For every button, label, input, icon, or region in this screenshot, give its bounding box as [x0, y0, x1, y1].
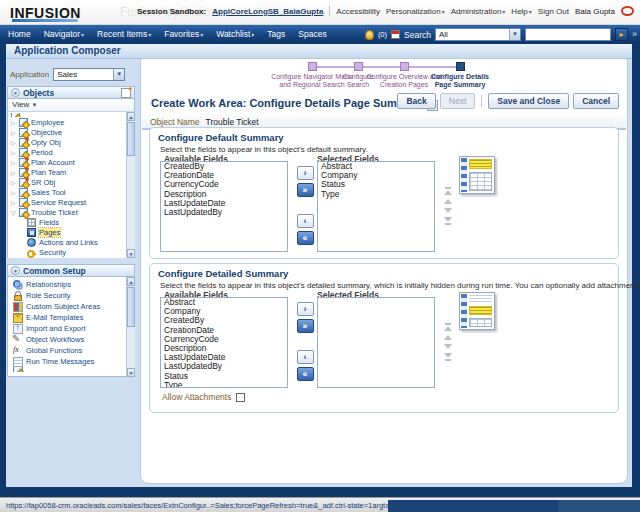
setup-item-custom-subject-areas[interactable]: Custom Subject Areas: [8, 301, 134, 312]
field-option[interactable]: LastUpdatedBy: [161, 208, 287, 217]
tree-item-pages[interactable]: Pages: [8, 227, 134, 237]
tree-item-plan-team[interactable]: ▷Plan Team: [8, 167, 134, 177]
move-all-right-button[interactable]: »: [297, 319, 314, 333]
tree-item-objective[interactable]: ▷Objective: [8, 127, 134, 137]
save-and-close-button[interactable]: Save and Close: [488, 93, 569, 109]
nav-item-home[interactable]: Home: [8, 29, 31, 39]
chevron-down-icon[interactable]: ▼: [113, 69, 124, 80]
move-to-top-icon[interactable]: [444, 190, 452, 195]
menu-item-personalization[interactable]: Personalization▾: [386, 7, 445, 16]
advanced-search-icon[interactable]: »: [632, 28, 637, 41]
move-all-left-button[interactable]: «: [297, 231, 314, 245]
scrollbar-thumb[interactable]: [127, 122, 135, 156]
workspace-frame: Application Composer Application Sales ▼…: [6, 44, 632, 487]
expand-icon[interactable]: ▷: [11, 199, 19, 206]
expand-icon[interactable]: ▽: [11, 209, 19, 216]
move-selected-right-button[interactable]: ›: [297, 166, 314, 180]
collapse-icon[interactable]: ▼: [11, 266, 20, 275]
setup-item-clipped-bottom[interactable]: [8, 367, 134, 372]
application-select[interactable]: Sales ▼: [53, 68, 125, 81]
alerts-bell-icon[interactable]: [365, 30, 374, 40]
expand-icon[interactable]: ▷: [11, 149, 19, 156]
view-menu-button[interactable]: View ▼: [12, 100, 37, 109]
back-button[interactable]: Back: [397, 93, 435, 109]
tree-item-actions-and-links[interactable]: Actions and Links: [8, 237, 134, 247]
setup-item-global-functions[interactable]: Global Functions: [8, 345, 134, 356]
common-setup-scrollbar[interactable]: ▲ ▼: [126, 277, 135, 377]
scrollbar-thumb[interactable]: [127, 287, 135, 327]
menu-item-administration[interactable]: Administration▾: [451, 7, 506, 16]
field-option[interactable]: Type: [318, 190, 434, 199]
available-fields-listbox[interactable]: AbstractCompanyCreatedByCreationDateCurr…: [160, 297, 288, 388]
move-all-left-button[interactable]: «: [297, 367, 314, 381]
calendar-icon[interactable]: [391, 30, 400, 39]
chevron-down-icon[interactable]: ▼: [509, 29, 520, 40]
expand-icon[interactable]: ▷: [11, 189, 19, 196]
nav-item-favorites[interactable]: Favorites▾: [164, 29, 203, 39]
tree-item-service-request[interactable]: ▷Service Request: [8, 197, 134, 207]
menu-item-sign-out[interactable]: Sign Out: [538, 7, 569, 16]
nav-item-tags[interactable]: Tags: [267, 29, 285, 39]
tree-item-trouble-ticket[interactable]: ▽Trouble Ticket: [8, 207, 134, 217]
scroll-down-icon[interactable]: ▼: [127, 368, 135, 377]
expand-icon[interactable]: ▷: [11, 129, 19, 136]
move-to-top-icon[interactable]: [444, 326, 452, 331]
new-object-icon[interactable]: [121, 88, 131, 98]
cancel-button[interactable]: Cancel: [573, 93, 619, 109]
collapse-icon[interactable]: ▼: [11, 88, 20, 97]
selected-fields-listbox[interactable]: AbstractCompanyStatusType: [317, 161, 435, 252]
tree-item-plan-account[interactable]: ▷Plan Account: [8, 157, 134, 167]
menu-item-accessibility[interactable]: Accessibility: [336, 7, 380, 16]
move-to-bottom-icon[interactable]: [444, 353, 452, 358]
setup-item-object-workflows[interactable]: Object Workflows: [8, 334, 134, 345]
tree-item-opty-obj[interactable]: ▷Opty Obj: [8, 137, 134, 147]
move-selected-left-button[interactable]: ‹: [297, 214, 314, 228]
tree-item-security[interactable]: Security: [8, 247, 134, 257]
search-input[interactable]: [525, 28, 611, 41]
move-selected-left-button[interactable]: ‹: [297, 350, 314, 364]
next-button[interactable]: Next: [440, 93, 475, 109]
expand-icon[interactable]: ▷: [11, 169, 19, 176]
objects-tree-scrollbar[interactable]: ▲ ▼: [126, 112, 135, 258]
move-down-icon[interactable]: [444, 208, 452, 213]
setup-item-relationships[interactable]: Relationships: [8, 279, 134, 290]
scroll-up-icon[interactable]: ▲: [127, 277, 135, 286]
common-setup-panel-header[interactable]: ▼ Common Setup: [7, 264, 135, 277]
scroll-up-icon[interactable]: ▲: [127, 112, 135, 121]
nav-item-recent-items[interactable]: Recent Items▾: [97, 29, 151, 39]
setup-item-import-and-export[interactable]: Import and Export: [8, 323, 134, 334]
scroll-down-icon[interactable]: ▼: [127, 249, 135, 258]
move-up-icon[interactable]: [444, 199, 452, 204]
move-selected-right-button[interactable]: ›: [297, 302, 314, 316]
tree-item-sr-obj[interactable]: ▷SR Obj: [8, 177, 134, 187]
expand-icon[interactable]: ▷: [11, 179, 19, 186]
train-step-details-summary[interactable]: Configure Details Page Summary: [423, 62, 497, 89]
setup-item-e-mail-templates[interactable]: E-Mail Templates: [8, 312, 134, 323]
allow-attachments-checkbox[interactable]: [236, 393, 245, 402]
tree-item-sales-tool[interactable]: ▷Sales Tool: [8, 187, 134, 197]
nav-item-watchlist[interactable]: Watchlist▾: [216, 29, 254, 39]
expand-icon[interactable]: ▷: [11, 159, 19, 166]
expand-icon[interactable]: ▷: [11, 139, 19, 146]
search-go-icon[interactable]: ▸: [615, 28, 628, 41]
selected-fields-listbox[interactable]: [317, 297, 435, 388]
nav-item-navigator[interactable]: Navigator▾: [44, 29, 84, 39]
tree-item-period[interactable]: ▷Period: [8, 147, 134, 157]
available-fields-listbox[interactable]: CreatedByCreationDateCurrencyCodeDescrip…: [160, 161, 288, 252]
field-option[interactable]: Type: [161, 381, 287, 388]
search-scope-select[interactable]: All ▼: [435, 28, 521, 41]
move-down-icon[interactable]: [444, 344, 452, 349]
session-sandbox-link[interactable]: ApplCoreLongSB_BalaGupta: [212, 7, 323, 16]
menu-item-help[interactable]: Help▾: [511, 7, 531, 16]
setup-item-role-security[interactable]: Role Security: [8, 290, 134, 301]
expand-icon[interactable]: ▷: [11, 119, 19, 126]
setup-item-run-time-messages[interactable]: Run Time Messages: [8, 356, 134, 367]
nav-item-spaces[interactable]: Spaces: [298, 29, 326, 39]
tree-item-fields[interactable]: Fields: [8, 217, 134, 227]
objects-panel-header[interactable]: ▼ Objects: [7, 86, 135, 99]
move-up-icon[interactable]: [444, 335, 452, 340]
contact-icon[interactable]: [621, 6, 634, 16]
move-all-right-button[interactable]: »: [297, 183, 314, 197]
tree-item-employee[interactable]: ▷Employee: [8, 117, 134, 127]
move-to-bottom-icon[interactable]: [444, 217, 452, 222]
